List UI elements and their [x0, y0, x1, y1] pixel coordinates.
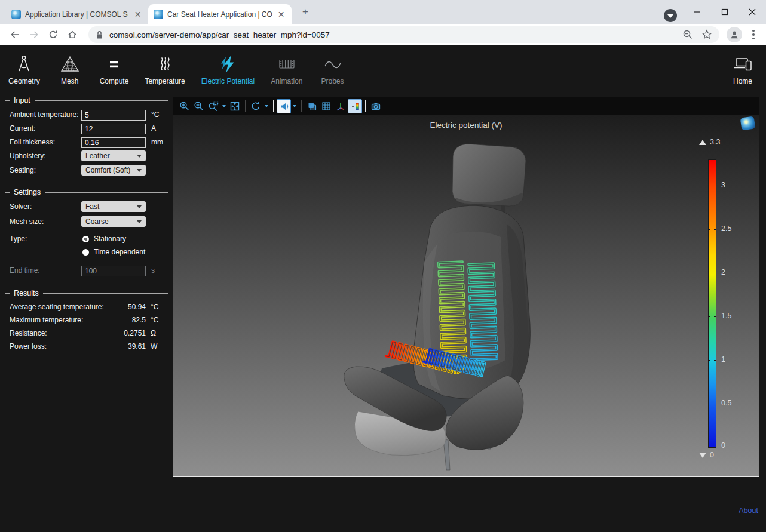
solver-select[interactable]: Fast — [81, 201, 146, 212]
current-input[interactable] — [81, 124, 146, 134]
field-unit: mm — [151, 138, 163, 146]
rotate-view-icon — [250, 101, 261, 112]
legend-tick-label: 1 — [721, 355, 725, 364]
result-label: Power loss: — [10, 342, 47, 350]
comsol-logo-button[interactable] — [740, 116, 756, 131]
browser-navbar: comsol.com/server-demo/app/car_seat_heat… — [0, 24, 766, 45]
about-link[interactable]: About — [739, 506, 758, 515]
close-icon — [749, 8, 756, 16]
field-ambient-temperature: Ambient temperature: °C — [10, 109, 172, 120]
zoom-out-icon — [194, 101, 204, 112]
plot-title: Electric potential (V) — [173, 121, 759, 130]
legend-tick-label: 1.5 — [721, 312, 731, 320]
browser-menu-button[interactable] — [748, 27, 759, 42]
upholstery-select[interactable]: Leather — [81, 150, 146, 161]
mesh-size-select[interactable]: Coarse — [81, 216, 146, 227]
field-label: Foil thickness: — [10, 138, 81, 146]
close-button[interactable] — [739, 0, 766, 24]
radio-time-dependent[interactable]: Time dependent — [82, 245, 172, 259]
zoom-box-dropdown-caret[interactable] — [222, 105, 226, 107]
comsol-app: Geometry Mesh Compute Temperature — [0, 45, 766, 532]
field-unit: A — [151, 124, 156, 133]
select-value: Fast — [85, 202, 99, 211]
maximize-button[interactable] — [711, 0, 739, 24]
ribbon-item-geometry[interactable]: Geometry — [8, 49, 40, 85]
reload-button[interactable] — [45, 27, 61, 42]
compute-equals-icon — [104, 54, 124, 74]
minimize-button[interactable] — [684, 0, 711, 24]
chevron-down-icon — [137, 169, 142, 172]
legend-max-value: 3.3 — [710, 138, 720, 146]
tab-application-library[interactable]: Application Library | COMSOL Se ✕ — [6, 4, 148, 24]
bookmark-star-icon[interactable] — [701, 29, 712, 40]
section-header-results: Results — [5, 289, 168, 297]
profile-avatar[interactable] — [727, 27, 742, 42]
panel-border — [2, 91, 169, 91]
ribbon-label: Animation — [271, 77, 302, 85]
mesh-icon — [60, 54, 80, 74]
view-dropdown-caret[interactable] — [265, 105, 268, 107]
graphics-canvas[interactable]: Electric potential (V) 3.3 3 2.5 — [173, 115, 759, 476]
toolbar-separator — [273, 100, 274, 112]
ribbon-label: Compute — [100, 77, 129, 85]
zoom-box-button[interactable] — [206, 99, 220, 113]
field-unit: s — [151, 266, 155, 275]
legend-tick — [714, 316, 716, 317]
tab-car-seat-heater[interactable]: Car Seat Heater Application | CO ✕ — [148, 4, 292, 24]
field-label: Upholstery: — [10, 152, 81, 160]
home-icon — [67, 29, 78, 40]
color-legend-toggle[interactable] — [348, 99, 362, 113]
triangle-up-icon — [699, 140, 706, 145]
field-mesh-size: Mesh size: Coarse — [10, 216, 172, 227]
person-icon — [729, 29, 740, 40]
ribbon-label: Probes — [321, 77, 344, 85]
ribbon-item-compute[interactable]: Compute — [100, 49, 129, 85]
ribbon-item-home[interactable]: Home — [729, 49, 756, 85]
zoom-indicator-icon[interactable] — [682, 29, 693, 40]
zoom-in-button[interactable] — [177, 99, 192, 113]
browser-update-icon[interactable] — [664, 9, 677, 22]
settings-panel: Input Ambient temperature: °C Current: A… — [0, 91, 172, 532]
ribbon-item-electric-potential[interactable]: Electric Potential — [201, 49, 255, 85]
axes-orientation-icon — [335, 101, 346, 112]
result-label: Resistance: — [10, 329, 47, 337]
forward-button[interactable] — [26, 27, 42, 42]
result-average-seating-temperature: Average seating temperature: 50.94 °C — [0, 302, 166, 311]
back-button[interactable] — [7, 27, 23, 42]
foil-thickness-input[interactable] — [81, 137, 146, 148]
ribbon-item-mesh[interactable]: Mesh — [56, 49, 84, 85]
minimize-icon — [694, 8, 701, 16]
field-label: End time: — [10, 266, 81, 275]
transparency-toggle[interactable] — [305, 99, 319, 113]
snapshot-button[interactable] — [369, 99, 383, 113]
result-value: 39.61 — [47, 342, 146, 350]
zoom-extents-button[interactable] — [228, 99, 242, 113]
transparency-icon — [307, 101, 317, 112]
show-grid-toggle[interactable] — [319, 99, 333, 113]
zoom-out-button[interactable] — [192, 99, 206, 113]
seating-select[interactable]: Comfort (Soft) — [81, 165, 146, 176]
tab-close-icon[interactable]: ✕ — [133, 9, 143, 19]
radio-unselected-icon — [82, 249, 89, 256]
field-solver: Solver: Fast — [10, 201, 172, 212]
browser-window: Application Library | COMSOL Se ✕ Car Se… — [0, 0, 766, 532]
ambient-temperature-input[interactable] — [81, 110, 146, 121]
result-maximum-temperature: Maximum temperature: 82.5 °C — [0, 315, 166, 324]
address-bar[interactable]: comsol.com/server-demo/app/car_seat_heat… — [88, 26, 719, 43]
show-axes-toggle[interactable] — [333, 99, 348, 113]
scene-light-toggle[interactable] — [277, 99, 291, 113]
field-label: Solver: — [10, 202, 81, 211]
new-tab-button[interactable]: + — [300, 7, 311, 18]
radio-stationary[interactable]: Stationary — [82, 232, 172, 245]
scene-light-dropdown-caret[interactable] — [293, 105, 296, 107]
legend-tick — [714, 273, 716, 273]
tab-strip: Application Library | COMSOL Se ✕ Car Se… — [0, 0, 766, 24]
tab-close-icon[interactable]: ✕ — [276, 9, 286, 19]
ribbon-item-temperature[interactable]: Temperature — [145, 49, 185, 85]
select-value: Coarse — [85, 217, 109, 226]
go-to-default-view-button[interactable] — [249, 99, 263, 113]
home-nav-button[interactable] — [65, 27, 80, 42]
field-unit: °C — [151, 110, 159, 119]
comsol-favicon — [11, 10, 21, 19]
comsol-favicon — [154, 10, 163, 19]
